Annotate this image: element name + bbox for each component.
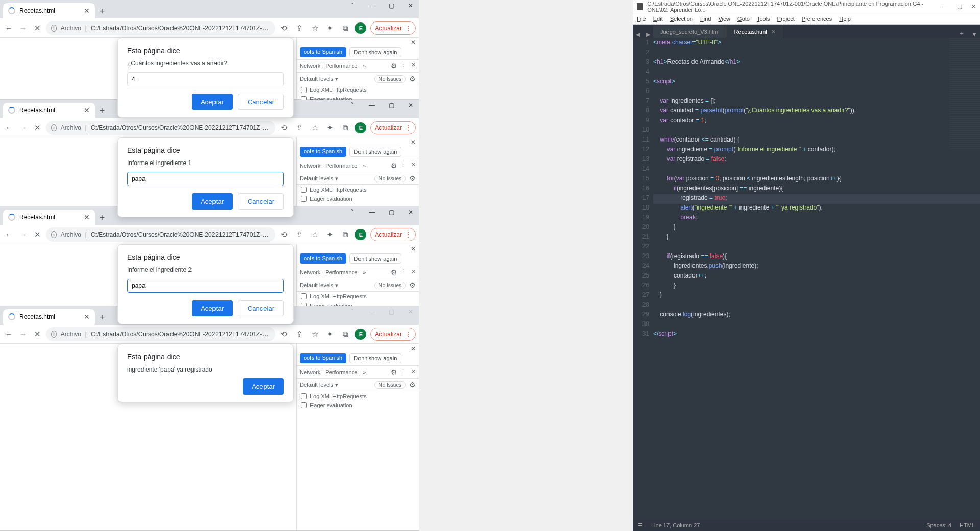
more-tabs-icon[interactable]: » — [363, 163, 366, 169]
forward-icon[interactable]: → — [17, 330, 29, 338]
stop-icon[interactable]: ✕ — [32, 123, 43, 132]
levels-dropdown[interactable]: Default levels ▾ — [300, 282, 338, 289]
new-tab-button[interactable]: + — [95, 310, 109, 325]
menu-item[interactable]: Preferences — [802, 16, 832, 22]
browser-tab[interactable]: Recetas.html ✕ — [3, 309, 95, 325]
menu-item[interactable]: Tools — [757, 16, 770, 22]
browser-tab[interactable]: Recetas.html ✕ — [3, 210, 95, 225]
info-icon[interactable]: i — [51, 25, 57, 32]
close-icon[interactable]: ✕ — [404, 209, 417, 216]
translate-icon[interactable]: ⟲ — [278, 24, 290, 33]
chevron-down-icon[interactable]: ˅ — [346, 209, 358, 216]
new-tab-icon[interactable]: ＋ — [954, 29, 969, 38]
forward-icon[interactable]: → — [17, 230, 29, 239]
issues-badge[interactable]: No Issues — [374, 282, 406, 289]
gear-icon[interactable]: ⚙ — [409, 174, 416, 182]
editor-tab[interactable]: Juego_secreto_V3.html — [653, 26, 727, 38]
checkbox[interactable] — [301, 87, 307, 93]
translate-pill[interactable]: ools to Spanish — [300, 353, 346, 363]
maximize-icon[interactable]: ▢ — [385, 102, 397, 109]
gear-icon[interactable]: ⚙ — [409, 75, 416, 83]
devtools-tab-performance[interactable]: Performance — [325, 63, 357, 69]
hamburger-icon[interactable]: ☰ — [638, 522, 643, 529]
minimize-icon[interactable]: — — [366, 308, 378, 315]
minimize-icon[interactable]: — — [366, 209, 378, 216]
checkbox[interactable] — [301, 187, 307, 193]
minimize-icon[interactable]: — — [366, 2, 378, 9]
gear-icon[interactable]: ⚙ — [391, 268, 397, 276]
levels-dropdown[interactable]: Default levels ▾ — [300, 76, 338, 82]
chevron-down-icon[interactable]: ˅ — [346, 102, 358, 109]
gear-icon[interactable]: ⚙ — [391, 368, 397, 376]
cancel-button[interactable]: Cancelar — [238, 193, 284, 210]
more-icon[interactable]: ⋮ — [405, 124, 411, 131]
info-icon[interactable]: i — [51, 331, 57, 338]
checkbox[interactable] — [301, 393, 307, 399]
sublime-titlebar[interactable]: C:\Estrada\Otros\Cursos\Oracle ONE-20221… — [633, 0, 980, 13]
extensions-icon[interactable]: ✦ — [324, 330, 336, 339]
cube-icon[interactable]: ⧉ — [340, 230, 351, 239]
dismiss-pill[interactable]: Don't show again — [349, 147, 401, 157]
dismiss-pill[interactable]: Don't show again — [349, 253, 401, 264]
share-icon[interactable]: ⇪ — [294, 24, 305, 33]
maximize-icon[interactable]: ▢ — [385, 308, 397, 315]
close-icon[interactable]: ✕ — [404, 2, 417, 9]
new-tab-button[interactable]: + — [95, 211, 109, 225]
cancel-button[interactable]: Cancelar — [238, 94, 284, 110]
dialog-input[interactable] — [127, 279, 284, 293]
more-tabs-icon[interactable]: » — [363, 369, 366, 375]
close-tab-icon[interactable]: ✕ — [84, 213, 90, 221]
dismiss-pill[interactable]: Don't show again — [349, 47, 401, 57]
extensions-icon[interactable]: ✦ — [324, 123, 336, 132]
forward-icon[interactable]: → — [17, 24, 29, 32]
star-icon[interactable]: ☆ — [309, 230, 320, 239]
reload-pill[interactable]: Actualizar ⋮ — [370, 121, 416, 134]
nav-left-icon[interactable]: ◀ — [633, 31, 643, 38]
menu-item[interactable]: Selection — [670, 16, 693, 22]
editor-area[interactable]: 1234567891011121314151617181920212223242… — [633, 38, 980, 518]
checkbox-row[interactable]: Eager evaluation — [297, 194, 419, 203]
dismiss-pill[interactable]: Don't show again — [349, 353, 401, 363]
close-banner-icon[interactable]: ✕ — [411, 345, 416, 352]
ok-button[interactable]: Aceptar — [192, 300, 233, 316]
levels-dropdown[interactable]: Default levels ▾ — [300, 382, 338, 388]
close-tab-icon[interactable]: ✕ — [771, 29, 776, 35]
translate-icon[interactable]: ⟲ — [278, 230, 290, 239]
back-icon[interactable]: ← — [3, 24, 14, 32]
close-tab-icon[interactable]: ✕ — [84, 313, 90, 321]
ok-button[interactable]: Aceptar — [192, 193, 233, 210]
devtools-tab-performance[interactable]: Performance — [325, 369, 357, 375]
close-icon[interactable]: ✕ — [404, 308, 417, 315]
share-icon[interactable]: ⇪ — [294, 330, 305, 339]
issues-badge[interactable]: No Issues — [374, 75, 406, 83]
devtools-tab-network[interactable]: Network — [300, 369, 320, 375]
close-tab-icon[interactable]: ✕ — [84, 7, 90, 15]
avatar[interactable]: E — [355, 229, 366, 240]
close-devtools-icon[interactable]: ✕ — [411, 268, 416, 276]
chevron-down-icon[interactable]: ˅ — [346, 308, 358, 315]
maximize-icon[interactable]: ▢ — [385, 2, 397, 9]
reload-pill[interactable]: Actualizar ⋮ — [370, 328, 416, 341]
close-icon[interactable]: ✕ — [971, 3, 976, 10]
stop-icon[interactable]: ✕ — [32, 330, 43, 339]
more-tabs-icon[interactable]: » — [363, 63, 366, 69]
avatar[interactable]: E — [355, 122, 366, 133]
checkbox-row[interactable]: Log XMLHttpRequests — [297, 391, 419, 401]
address-bar[interactable]: i Archivo | C:/Estrada/Otros/Cursos/Orac… — [46, 227, 275, 242]
menu-item[interactable]: Find — [700, 16, 711, 22]
extensions-icon[interactable]: ✦ — [324, 230, 336, 239]
minimize-icon[interactable]: — — [366, 102, 378, 109]
star-icon[interactable]: ☆ — [309, 123, 320, 132]
maximize-icon[interactable]: ▢ — [385, 209, 397, 216]
new-tab-button[interactable]: + — [95, 4, 109, 18]
checkbox-row[interactable]: Log XMLHttpRequests — [297, 292, 419, 301]
close-banner-icon[interactable]: ✕ — [411, 138, 416, 146]
gear-icon[interactable]: ⚙ — [409, 281, 416, 289]
translate-icon[interactable]: ⟲ — [278, 123, 290, 132]
menu-item[interactable]: Help — [839, 16, 851, 22]
back-icon[interactable]: ← — [3, 330, 14, 338]
address-bar[interactable]: i Archivo | C:/Estrada/Otros/Cursos/Orac… — [46, 21, 275, 35]
address-bar[interactable]: i Archivo | C:/Estrada/Otros/Cursos/Orac… — [46, 121, 275, 135]
more-icon[interactable]: ⋮ — [405, 25, 411, 32]
code-area[interactable]: <meta charset="UTF-8"> <h1>Recetas de Ar… — [653, 38, 980, 340]
